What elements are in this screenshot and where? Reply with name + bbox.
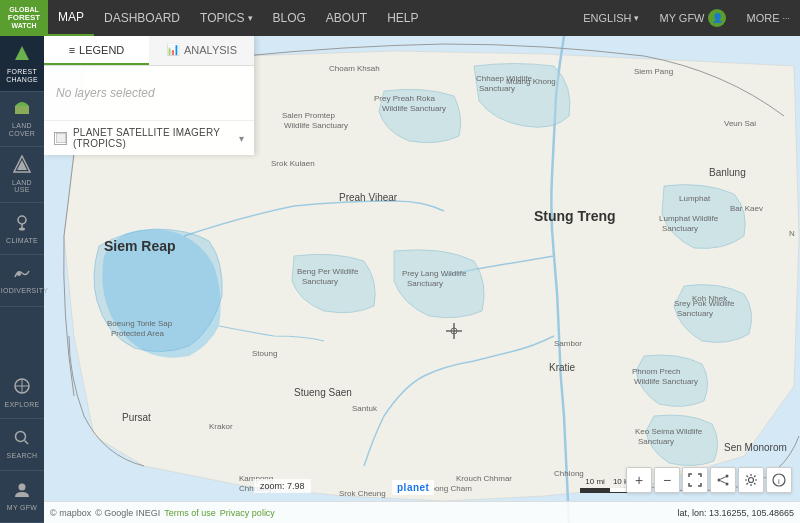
sidebar-item-mygfw[interactable]: MY GFW (0, 471, 44, 523)
svg-line-58 (720, 477, 725, 479)
sidebar-label-climate: CLIMATE (6, 237, 38, 245)
top-navigation: GLOBAL FOREST WATCH MAP DASHBOARD TOPICS… (0, 0, 800, 36)
map-controls-row: + − i (626, 467, 792, 493)
svg-text:Stoung: Stoung (252, 349, 277, 358)
svg-point-7 (17, 272, 21, 276)
layer-checkbox[interactable] (54, 132, 67, 145)
svg-text:Banlung: Banlung (709, 167, 746, 178)
svg-text:Kratie: Kratie (549, 362, 576, 373)
sidebar-item-climate[interactable]: CLIMATE (0, 203, 44, 255)
svg-text:Choam Khsah: Choam Khsah (329, 64, 380, 73)
svg-text:Santuk: Santuk (352, 404, 378, 413)
zoom-out-button[interactable]: − (654, 467, 680, 493)
svg-text:Krouch Chhmar: Krouch Chhmar (456, 474, 512, 483)
share-button[interactable] (710, 467, 736, 493)
search-icon (14, 430, 30, 450)
nav-mygfw[interactable]: MY GFW 👤 (649, 0, 736, 36)
tab-analysis[interactable]: 📊 ANALYSIS (149, 36, 254, 65)
svg-point-57 (718, 479, 721, 482)
svg-text:Stung Treng: Stung Treng (534, 208, 616, 224)
svg-text:Bar Kaev: Bar Kaev (730, 204, 763, 213)
language-arrow: ▾ (634, 13, 639, 23)
svg-text:Pursat: Pursat (122, 412, 151, 423)
logo-line3: WATCH (11, 22, 36, 30)
sidebar-label-biodiversity: BIODIVERSITY (0, 287, 48, 295)
map-container[interactable]: Siem Reap Stung Treng Banlung Pursat Stu… (44, 36, 800, 523)
sidebar-item-land-cover[interactable]: LANDCOVER (0, 92, 44, 146)
svg-text:Lumphat: Lumphat (679, 194, 711, 203)
svg-text:Siem Reap: Siem Reap (104, 238, 176, 254)
svg-line-12 (25, 440, 29, 444)
svg-point-4 (18, 216, 26, 224)
sidebar-item-land-use[interactable]: LANDUSE (0, 147, 44, 203)
nav-help[interactable]: HELP (377, 0, 428, 36)
sidebar-label-mygfw: MY GFW (7, 504, 37, 512)
nav-more[interactable]: MORE ··· (736, 0, 800, 36)
analysis-tab-icon: 📊 (166, 43, 180, 56)
sidebar-label-land-use: LANDUSE (12, 179, 32, 194)
sidebar-item-search[interactable]: SEARCH (0, 419, 44, 471)
svg-rect-54 (56, 133, 66, 143)
nav-about[interactable]: ABOUT (316, 0, 377, 36)
svg-point-11 (16, 431, 26, 441)
explore-icon (13, 377, 31, 399)
svg-text:Krakor: Krakor (209, 422, 233, 431)
svg-point-56 (726, 483, 729, 486)
terms-link[interactable]: Terms of use (164, 508, 216, 518)
layer-item[interactable]: PLANET SATELLITE IMAGERY (TROPICS) ▾ (44, 120, 254, 155)
sidebar-item-explore[interactable]: EXPLORE (0, 367, 44, 419)
land-cover-icon (13, 100, 31, 120)
svg-rect-1 (15, 106, 29, 114)
nav-language[interactable]: ENGLISH ▾ (573, 0, 649, 36)
scale-label-mi: 10 mi (585, 477, 605, 486)
forest-change-icon (13, 44, 31, 66)
svg-text:Boeung Tonle SapProtected Area: Boeung Tonle SapProtected Area (107, 319, 173, 338)
legend-panel: ≡ LEGEND 📊 ANALYSIS No layers selected P… (44, 36, 254, 155)
nav-dashboard[interactable]: DASHBOARD (94, 0, 190, 36)
svg-point-6 (19, 227, 25, 230)
nav-map[interactable]: MAP (48, 0, 94, 36)
main-content: FORESTCHANGE LANDCOVER LANDUSE CLIMATE B… (0, 36, 800, 523)
topics-arrow: ▾ (248, 13, 253, 23)
svg-point-60 (749, 478, 754, 483)
layer-dropdown-arrow[interactable]: ▾ (239, 133, 244, 144)
zoom-info: zoom: 7.98 (254, 479, 311, 493)
logo[interactable]: GLOBAL FOREST WATCH (0, 0, 48, 36)
sidebar-item-forest-change[interactable]: FORESTCHANGE (0, 36, 44, 92)
sidebar-label-explore: EXPLORE (4, 401, 39, 409)
svg-text:N: N (789, 229, 795, 238)
privacy-link[interactable]: Privacy policy (220, 508, 275, 518)
svg-text:i: i (778, 477, 780, 486)
logo-line2: FOREST (8, 14, 40, 23)
sidebar-label-forest-change: FORESTCHANGE (6, 68, 38, 83)
zoom-in-button[interactable]: + (626, 467, 652, 493)
svg-point-13 (19, 483, 26, 490)
no-layers-message: No layers selected (44, 66, 254, 120)
biodiversity-icon (13, 267, 31, 285)
climate-icon (13, 213, 31, 235)
svg-text:Preah Vihear: Preah Vihear (339, 192, 398, 203)
map-bottom-bar: © mapbox © Google INEGI Terms of use Pri… (44, 501, 800, 523)
more-arrow: ··· (782, 13, 790, 23)
planet-logo: planet (392, 480, 434, 495)
fullscreen-button[interactable] (682, 467, 708, 493)
panel-tabs: ≡ LEGEND 📊 ANALYSIS (44, 36, 254, 66)
land-use-icon (13, 155, 31, 177)
legend-tab-icon: ≡ (69, 44, 75, 56)
google-attrib: © Google INEGI (95, 508, 160, 518)
svg-text:Sambor: Sambor (554, 339, 582, 348)
nav-blog[interactable]: BLOG (263, 0, 316, 36)
svg-text:Sen Monorom: Sen Monorom (724, 442, 787, 453)
sidebar-item-biodiversity[interactable]: BIODIVERSITY (0, 255, 44, 307)
svg-line-59 (720, 481, 725, 483)
map-controls: + − i (626, 467, 792, 493)
nav-right: ENGLISH ▾ MY GFW 👤 MORE ··· (573, 0, 800, 36)
info-button[interactable]: i (766, 467, 792, 493)
nav-topics[interactable]: TOPICS ▾ (190, 0, 262, 36)
tab-legend[interactable]: ≡ LEGEND (44, 36, 149, 65)
sidebar-label-search: SEARCH (7, 452, 38, 460)
settings-button[interactable] (738, 467, 764, 493)
sidebar-label-land-cover: LANDCOVER (9, 122, 35, 137)
user-avatar: 👤 (708, 9, 726, 27)
svg-marker-0 (15, 46, 29, 60)
